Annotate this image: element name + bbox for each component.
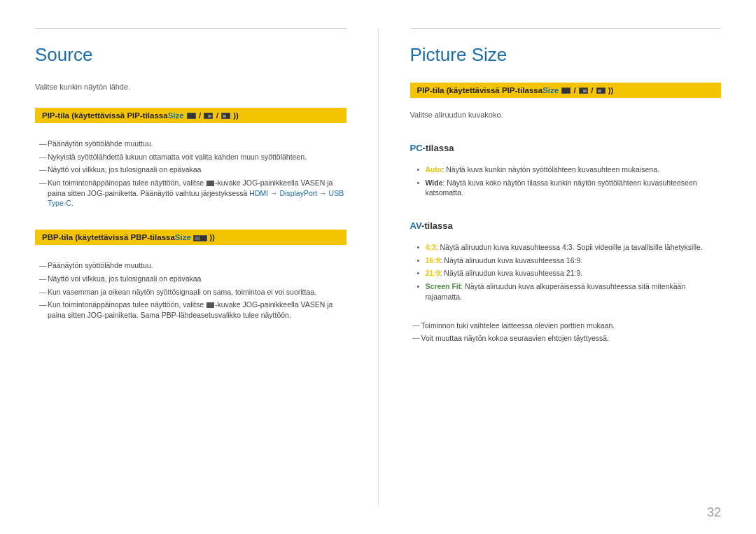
dp-link: DisplayPort	[280, 189, 318, 197]
pip-bullet-1: Päänäytön syöttölähde muuttuu.	[41, 139, 346, 149]
av-dot-list: 4:3: Näytä aliruudun kuva kuvasuhteessa …	[410, 242, 722, 304]
pip-icon-2	[204, 113, 213, 119]
note-1: Toiminnon tuki vaihtelee laitteessa olev…	[413, 321, 722, 331]
av-43-bullet: 4:3: Näytä aliruudun kuva kuvasuhteessa …	[417, 242, 722, 253]
pip-r-icon-3	[596, 87, 606, 94]
av-fit-bullet: Screen Fit: Näytä aliruudun kuva alkuper…	[417, 281, 722, 302]
top-divider-left	[35, 28, 346, 29]
pbp-highlight-box: PBP-tila (käytettävissä PBP-tilassaSize …	[35, 230, 346, 245]
pip-r-icon-2	[579, 87, 588, 94]
source-intro: Valitse kunkin näytön lähde.	[35, 83, 346, 91]
left-column: Source Valitse kunkin näytön lähde. PIP-…	[35, 28, 346, 506]
pip-highlight-box-right: PIP-tila (käytettävissä PIP-tilassaSize …	[410, 83, 722, 98]
pbp-bullet-3: Kun vasemman ja oikean näytön syöttösign…	[41, 287, 346, 297]
pbp-bullet-list: Päänäytön syöttölähde muuttuu. Näyttö vo…	[35, 260, 346, 323]
pip-icon-3	[221, 113, 230, 119]
pip-bullet-4: Kun toimintonäppäinopas tulee näyttöön, …	[41, 178, 346, 209]
right-column: Picture Size PIP-tila (käytettävissä PIP…	[410, 28, 722, 506]
pip-icon-1	[187, 113, 196, 119]
pip-bullet-list: Päänäytön syöttölähde muuttuu. Nykyistä …	[35, 139, 346, 211]
pc-section-title: PC-tilassa	[410, 143, 722, 153]
av-169-bullet: 16:9: Näytä aliruudun kuva kuvasuhteessa…	[417, 255, 722, 266]
pip-box-title: PIP-tila (käytettävissä PIP-tilassaSize …	[42, 111, 239, 120]
pip-r-icon-1	[561, 87, 570, 94]
pip-bullet-3: Näyttö voi vilkkua, jos tulosignaali on …	[41, 164, 346, 175]
note-list: Toiminnon tuki vaihtelee laitteessa olev…	[410, 321, 722, 346]
hdmi-link: HDMI	[249, 189, 268, 197]
pip-bullet-2: Nykyistä syöttölähdettä lukuun ottamatta…	[41, 152, 346, 162]
av-219-bullet: 21:9: Näytä aliruudun kuva kuvasuhteessa…	[417, 268, 722, 279]
pip-box-title-right: PIP-tila (käytettävissä PIP-tilassaSize …	[417, 86, 614, 94]
pip-right-intro: Valitse aliruudun kuvakoko.	[410, 111, 722, 119]
page-number: 32	[707, 505, 721, 520]
pc-wide-bullet: Wide: Näytä kuva koko näytön tilassa kun…	[417, 178, 722, 198]
pc-dot-list: Auto: Näytä kuva kunkin näytön syöttöläh…	[410, 164, 722, 201]
pbp-bullet-1: Päänäytön syöttölähde muuttuu.	[41, 260, 346, 271]
picture-size-title: Picture Size	[410, 44, 722, 66]
source-title: Source	[35, 44, 346, 66]
top-divider-right	[410, 28, 722, 29]
pbp-bullet-4: Kun toimintonäppäinopas tulee näyttöön, …	[41, 300, 346, 320]
note-2: Voit muuttaa näytön kokoa seuraavien eht…	[413, 333, 722, 344]
pip-highlight-box: PIP-tila (käytettävissä PIP-tilassaSize …	[35, 108, 346, 123]
pc-auto-bullet: Auto: Näytä kuva kunkin näytön syöttöläh…	[417, 164, 722, 175]
vertical-divider	[378, 28, 379, 506]
pbp-bullet-2: Näyttö voi vilkkua, jos tulosignaali on …	[41, 274, 346, 284]
pbp-box-title: PBP-tila (käytettävissä PBP-tilassaSize …	[42, 233, 215, 241]
av-section-title: AV-tilassa	[410, 220, 722, 231]
